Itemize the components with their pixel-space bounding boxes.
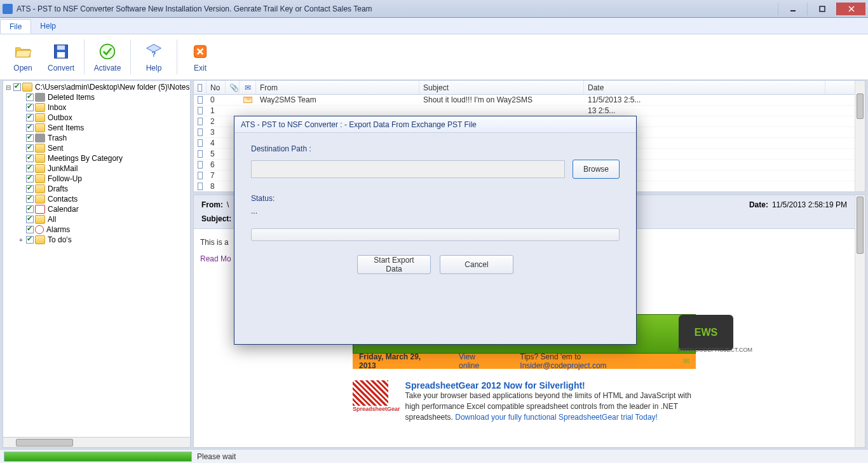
browse-button[interactable]: Browse (573, 160, 620, 179)
tree-item[interactable]: Contacts (4, 194, 191, 204)
row-date: 11/5/2013 2:5... (584, 95, 825, 105)
table-row[interactable]: 0 Way2SMS Team Shout it loud!!! I'm on W… (194, 95, 855, 106)
row-checkbox[interactable] (198, 172, 203, 179)
row-no: 5 (207, 149, 226, 159)
preview-vscrollbar[interactable] (855, 195, 865, 447)
row-checkbox[interactable] (198, 150, 203, 158)
menu-help[interactable]: Help (31, 18, 65, 34)
select-all-checkbox[interactable] (198, 84, 202, 92)
col-check[interactable] (194, 81, 207, 94)
col-date[interactable]: Date (584, 81, 825, 94)
ad-download-link[interactable]: Download your fully functional Spreadshe… (455, 413, 658, 422)
tree-item[interactable]: All (4, 214, 191, 225)
row-checkbox[interactable] (198, 107, 203, 114)
tree-checkbox[interactable] (26, 236, 34, 244)
tree-checkbox[interactable] (26, 104, 34, 111)
col-attachment[interactable]: 📎 (226, 81, 240, 94)
svg-rect-6 (57, 52, 65, 58)
maximize-button[interactable] (807, 3, 836, 15)
folder-icon (35, 164, 45, 173)
from-label: From: (201, 200, 223, 209)
row-checkbox[interactable] (198, 118, 203, 125)
view-online-link[interactable]: View online (459, 352, 494, 370)
convert-button[interactable]: Convert (42, 37, 80, 77)
row-checkbox[interactable] (198, 183, 203, 190)
tree-item[interactable]: Follow-Up (4, 174, 191, 184)
tree-checkbox[interactable] (26, 195, 34, 203)
tree-checkbox[interactable] (26, 134, 34, 142)
tree-checkbox[interactable] (26, 175, 34, 183)
row-no: 8 (207, 181, 226, 191)
tree-item-label: Inbox (46, 103, 66, 112)
tree-item-label: Sent (46, 144, 64, 153)
tree-item[interactable]: Deleted Items (4, 92, 191, 102)
check-circle-icon (97, 41, 118, 62)
tree-item[interactable]: Outbox (4, 113, 191, 123)
row-subject (419, 106, 584, 116)
ad-body: Take your browser based applications bey… (405, 390, 696, 423)
col-subject[interactable]: Subject (419, 81, 584, 94)
tree-item-label: Contacts (46, 195, 78, 204)
tree-item[interactable]: Alarms (4, 225, 191, 235)
col-icon[interactable]: ✉ (240, 81, 256, 94)
window-title: ATS - PST to NSF Converter Software New … (17, 4, 372, 13)
cancel-button[interactable]: Cancel (440, 255, 513, 274)
tree-item-label: Outbox (46, 113, 72, 122)
tree-item[interactable]: Sent (4, 143, 191, 153)
tree-hscrollbar[interactable] (3, 437, 190, 447)
clock-icon (35, 225, 44, 234)
tree-item[interactable]: Sent Items (4, 123, 191, 133)
tree-checkbox[interactable] (26, 205, 34, 213)
tree-item[interactable]: Trash (4, 133, 191, 143)
col-no[interactable]: No (207, 81, 226, 94)
expander-icon[interactable]: ⊟ (4, 84, 12, 91)
tree-checkbox[interactable] (26, 226, 34, 233)
col-from[interactable]: From (256, 81, 419, 94)
exit-button[interactable]: Exit (181, 37, 219, 77)
app-icon (3, 4, 13, 14)
date-value: 11/5/2013 2:58:19 PM (772, 200, 847, 209)
tree-item[interactable]: Inbox (4, 102, 191, 113)
tree-checkbox[interactable] (26, 185, 34, 193)
tree-item[interactable]: Calendar (4, 204, 191, 214)
activate-button[interactable]: Activate (88, 37, 126, 77)
open-button[interactable]: Open (4, 37, 42, 77)
tree-checkbox[interactable] (26, 165, 34, 172)
subject-label: Subject: (201, 214, 231, 223)
grid-vscrollbar[interactable] (855, 81, 865, 191)
exit-icon (190, 41, 210, 62)
tree-checkbox[interactable] (26, 144, 34, 152)
row-icon (240, 106, 256, 116)
save-disk-icon (51, 41, 71, 62)
tree-item-label: Drafts (46, 184, 68, 193)
tree-item[interactable]: Drafts (4, 184, 191, 194)
row-checkbox[interactable] (198, 139, 203, 147)
tree-checkbox[interactable] (26, 114, 34, 121)
tree-item[interactable]: JunkMail (4, 163, 191, 174)
tree-checkbox[interactable] (26, 155, 34, 162)
tree-checkbox[interactable] (13, 83, 21, 91)
close-button[interactable] (836, 3, 865, 15)
tree-checkbox[interactable] (26, 93, 34, 101)
minimize-button[interactable] (778, 3, 807, 15)
help-button[interactable]: ? Help (135, 37, 173, 77)
start-export-button[interactable]: Start Export Data (357, 255, 431, 274)
tree-checkbox[interactable] (26, 124, 34, 132)
row-checkbox[interactable] (198, 161, 203, 169)
row-checkbox[interactable] (198, 128, 203, 136)
expander-icon[interactable]: + (17, 237, 25, 244)
table-row[interactable]: 1 13 2:5... (194, 106, 855, 116)
ad-title[interactable]: SpreadsheetGear 2012 Now for Silverlight… (405, 380, 696, 390)
envelope-icon: ✉ (245, 83, 251, 92)
tips-email-link[interactable]: Insider@codeproject.com (520, 361, 606, 370)
row-checkbox[interactable] (198, 96, 203, 104)
status-progress (4, 452, 192, 462)
from-value: \ (227, 200, 229, 209)
tree-root-label: C:\Users\admin\Desktop\New folder (5)\No… (34, 83, 191, 92)
menu-file[interactable]: File (0, 19, 31, 34)
destination-input[interactable] (251, 160, 565, 178)
folder-tree[interactable]: ⊟ C:\Users\admin\Desktop\New folder (5)\… (3, 80, 191, 448)
tree-item[interactable]: Meetings By Category (4, 153, 191, 163)
tree-item[interactable]: + To do's (4, 235, 191, 245)
tree-checkbox[interactable] (26, 216, 34, 223)
